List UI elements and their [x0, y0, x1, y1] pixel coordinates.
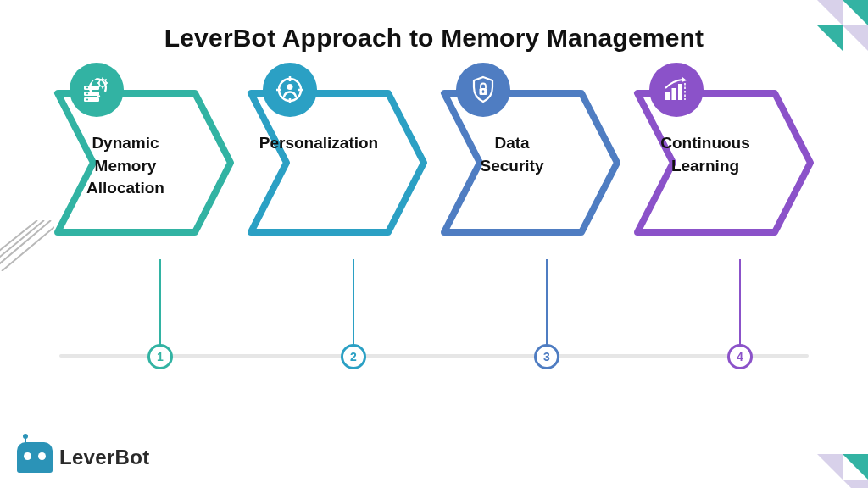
decoration-top-right: [792, 0, 868, 68]
connector-line: [159, 259, 161, 346]
step-number-1: 1: [147, 344, 173, 369]
svg-rect-11: [84, 86, 99, 90]
step-number-2: 2: [341, 344, 366, 369]
svg-marker-38: [682, 77, 687, 82]
step-card-2: Personalization: [244, 86, 431, 239]
svg-marker-4: [817, 454, 843, 480]
svg-point-15: [86, 92, 88, 94]
step-number-4: 4: [727, 344, 753, 369]
brand-logo: LeverBot: [17, 442, 149, 473]
svg-rect-13: [84, 97, 99, 102]
decoration-bottom-right: [792, 429, 868, 488]
svg-marker-5: [843, 454, 868, 480]
svg-rect-34: [482, 92, 483, 93]
step-card-1: Dynamic Memory Allocation: [51, 86, 237, 239]
connector-line: [353, 259, 354, 346]
step-label: Data Security: [444, 132, 580, 177]
svg-marker-6: [843, 480, 868, 488]
svg-point-31: [287, 84, 293, 90]
svg-point-14: [86, 86, 88, 88]
svg-rect-35: [665, 92, 670, 100]
robot-icon: [17, 442, 53, 473]
connector-line: [546, 259, 548, 346]
svg-marker-0: [817, 0, 843, 25]
svg-line-23: [105, 86, 106, 86]
step-card-4: Continuous Learning: [631, 86, 817, 239]
svg-line-22: [98, 79, 99, 80]
shield-lock-icon: [456, 63, 510, 117]
svg-point-16: [86, 98, 88, 100]
svg-line-24: [105, 79, 106, 80]
connector-line: [739, 259, 741, 346]
page-title: LeverBot Approach to Memory Management: [0, 0, 868, 53]
step-label: Personalization: [251, 132, 387, 155]
steps-row: Dynamic Memory Allocation Personalizatio…: [0, 86, 868, 239]
svg-marker-1: [843, 0, 868, 25]
user-target-icon: [263, 63, 317, 117]
step-card-3: Data Security: [437, 86, 624, 239]
step-label: Dynamic Memory Allocation: [58, 132, 193, 200]
svg-marker-2: [817, 25, 843, 51]
growth-chart-icon: [649, 63, 704, 117]
step-label: Continuous Learning: [637, 132, 773, 177]
svg-rect-36: [672, 88, 676, 100]
svg-marker-3: [843, 25, 868, 51]
svg-rect-37: [678, 84, 682, 100]
brand-name: LeverBot: [59, 446, 149, 469]
svg-line-25: [98, 86, 99, 86]
step-number-3: 3: [534, 344, 559, 369]
server-gear-icon: [70, 63, 124, 117]
